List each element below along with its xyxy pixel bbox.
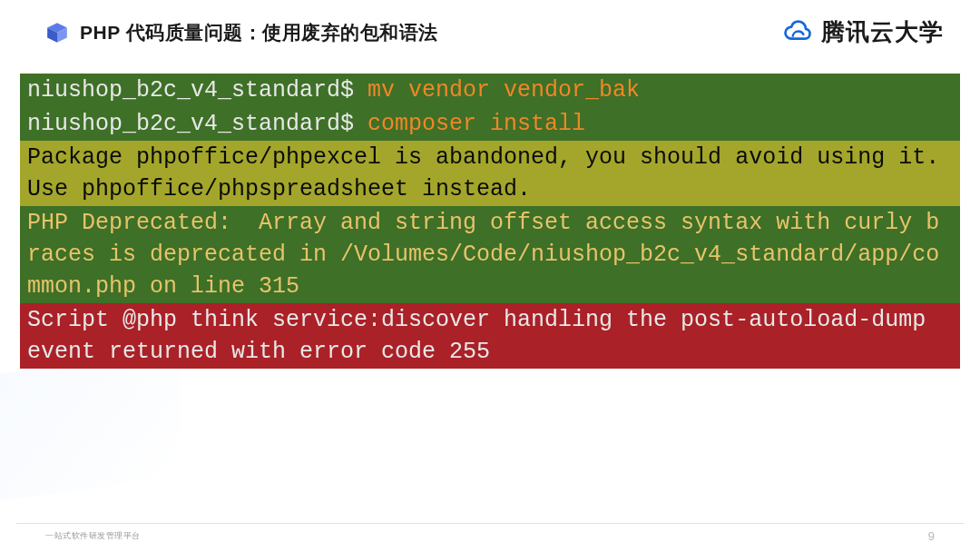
cube-icon xyxy=(45,21,69,44)
prompt-1: niushop_b2c_v4_standard$ xyxy=(27,77,368,104)
terminal-line-3: Package phpoffice/phpexcel is abandoned,… xyxy=(20,141,960,206)
page-number: 9 xyxy=(928,529,935,543)
cloud-icon xyxy=(781,19,814,46)
footer-label: 一站式软件研发管理平台 xyxy=(45,530,141,542)
slide-footer: 一站式软件研发管理平台 9 xyxy=(16,523,964,543)
cmd-1: mv vendor vendor_bak xyxy=(368,77,640,104)
title-block: PHP 代码质量问题：使用废弃的包和语法 xyxy=(45,20,438,45)
cmd-2: composer install xyxy=(368,111,585,137)
terminal-line-1: niushop_b2c_v4_standard$ mv vendor vendo… xyxy=(20,74,960,107)
brand-block: 腾讯云大学 xyxy=(781,16,944,48)
terminal-line-5: Script @php think service:discover handl… xyxy=(20,303,960,369)
prompt-2: niushop_b2c_v4_standard$ xyxy=(27,111,368,137)
terminal-block: niushop_b2c_v4_standard$ mv vendor vendo… xyxy=(20,74,960,369)
background-decoration xyxy=(0,349,181,501)
terminal-line-2: niushop_b2c_v4_standard$ composer instal… xyxy=(20,107,960,141)
slide-header: PHP 代码质量问题：使用废弃的包和语法 腾讯云大学 xyxy=(0,0,980,57)
brand-text: 腾讯云大学 xyxy=(821,16,944,48)
terminal-line-4: PHP Deprecated: Array and string offset … xyxy=(20,206,960,303)
page-title: PHP 代码质量问题：使用废弃的包和语法 xyxy=(80,20,438,45)
